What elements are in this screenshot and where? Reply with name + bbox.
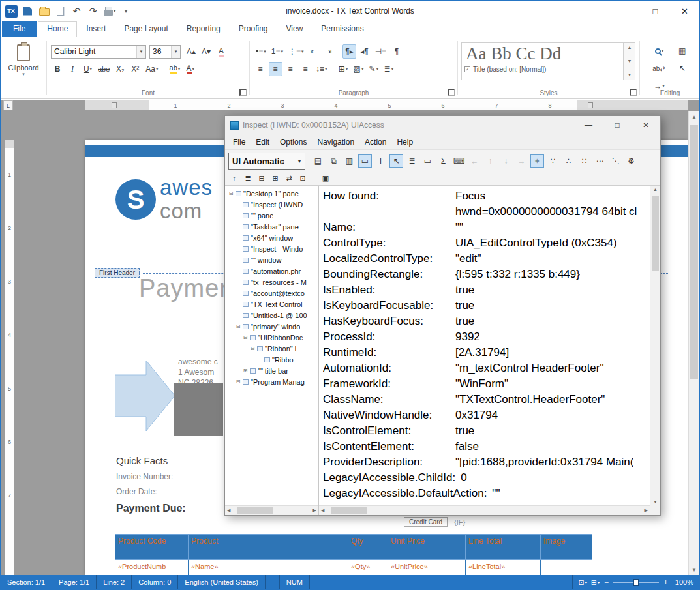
- clear-formatting-button[interactable]: A: [215, 44, 228, 59]
- styles-more-icon[interactable]: ▾: [628, 72, 631, 78]
- font-size-select[interactable]: 36▾: [149, 45, 181, 59]
- status-segment[interactable]: Line: 2: [97, 575, 132, 589]
- collapse-tree-icon[interactable]: ⊟: [256, 172, 267, 184]
- save-icon[interactable]: ▥: [342, 154, 356, 168]
- tree-item[interactable]: "TX Text Control: [225, 299, 318, 310]
- qat-customize-icon[interactable]: ▾: [121, 5, 132, 18]
- tree-item[interactable]: "Inspect - Windo: [225, 243, 318, 254]
- summary-icon[interactable]: Σ: [436, 154, 450, 168]
- zoom-out-button[interactable]: −: [604, 578, 609, 587]
- caret-tracking-icon[interactable]: I: [374, 154, 388, 168]
- tree-item-primary-window[interactable]: ⊟ "primary" windo: [225, 321, 318, 332]
- nav-next-icon[interactable]: ↓: [499, 154, 513, 168]
- inspect-menu-item[interactable]: Options: [275, 136, 312, 149]
- show-rect-icon[interactable]: ▭: [421, 154, 434, 168]
- paragraph-dialog-launcher[interactable]: [448, 89, 455, 96]
- tree-item-desktop[interactable]: ⊟ "Desktop 1" pane: [225, 188, 318, 199]
- horizontal-ruler[interactable]: L 12345678: [1, 100, 699, 111]
- link-dots-icon-5[interactable]: ⋱: [609, 154, 622, 168]
- highlight-button[interactable]: ab▾: [168, 62, 183, 76]
- italic-button[interactable]: I: [66, 62, 80, 76]
- multilevel-list-button[interactable]: ⋮≡▾: [286, 44, 306, 59]
- scroll-down-icon[interactable]: ▼: [628, 59, 632, 63]
- nav-parent-icon[interactable]: ←: [468, 154, 481, 168]
- style-entry[interactable]: ✓ Title (based on: [Normal]): [462, 65, 623, 74]
- inspect-close-button[interactable]: ✕: [632, 116, 660, 134]
- properties-vertical-scrollbar[interactable]: ▲ ▼: [650, 186, 660, 505]
- font-family-select[interactable]: Calibri Light▾: [51, 45, 146, 59]
- tab-insert[interactable]: Insert: [77, 21, 115, 37]
- tab-selector[interactable]: L: [3, 100, 13, 110]
- undo-icon[interactable]: ↶: [71, 5, 83, 18]
- fit-page-button[interactable]: ⊡▾: [579, 578, 587, 587]
- scroll-right-icon[interactable]: ▶: [313, 508, 316, 513]
- uia-properties-pane[interactable]: How found: Focus hwnd=0x0000000000031794…: [319, 186, 660, 515]
- tree-expand-icon[interactable]: ⊟: [228, 190, 234, 196]
- scrollbar-thumb[interactable]: [331, 507, 367, 514]
- align-center-button[interactable]: ≡: [269, 62, 282, 76]
- paste-button[interactable]: Clipboard ▾: [6, 44, 41, 77]
- find-button[interactable]: ▾: [650, 44, 668, 58]
- open-folder-icon[interactable]: [38, 5, 50, 18]
- line-spacing-button[interactable]: ↕≡▾: [314, 62, 329, 76]
- tree-item[interactable]: "x64" window: [225, 232, 318, 243]
- link-dots-icon-1[interactable]: ∵: [546, 154, 560, 168]
- focus-tracking-icon[interactable]: ⌖: [530, 154, 544, 168]
- indent-marker-right[interactable]: [588, 102, 593, 108]
- scope-icon[interactable]: ⊡: [297, 172, 309, 184]
- grow-font-button[interactable]: A▴: [185, 44, 198, 59]
- change-case-button[interactable]: Aa▾: [144, 62, 160, 76]
- tab-home[interactable]: Home: [38, 21, 77, 37]
- tree-horizontal-scrollbar[interactable]: ◀ ▶: [225, 505, 318, 515]
- indent-marker-left[interactable]: [112, 102, 117, 108]
- highlight-rect-icon[interactable]: ▭: [358, 154, 372, 168]
- properties-horizontal-scrollbar[interactable]: ◀ ▶: [319, 505, 650, 515]
- refresh-tree-icon[interactable]: ⇄: [283, 172, 295, 184]
- nav-previous-icon[interactable]: ↑: [483, 154, 497, 168]
- scroll-up-icon[interactable]: ▲: [653, 187, 658, 192]
- inspect-menu-item[interactable]: Action: [359, 136, 391, 149]
- expand-tree-icon[interactable]: ⊞: [269, 172, 281, 184]
- scroll-left-icon[interactable]: ◀: [227, 508, 230, 513]
- zoom-level[interactable]: 100%: [673, 578, 693, 586]
- tree-item[interactable]: ⊟ "UIRibbonDoc: [225, 332, 318, 343]
- scroll-right-icon[interactable]: ▶: [645, 508, 648, 513]
- hover-list-icon[interactable]: ≣: [405, 154, 419, 168]
- scroll-down-icon[interactable]: ▼: [689, 565, 699, 575]
- tree-expand-icon[interactable]: ⊟: [242, 334, 249, 340]
- maximize-button[interactable]: □: [641, 1, 670, 22]
- document-scrollbar[interactable]: ▲ ▼: [688, 111, 699, 575]
- align-right-button[interactable]: ≡: [284, 62, 297, 76]
- inspect-menu-item[interactable]: File: [228, 136, 251, 149]
- uia-tree-pane[interactable]: ⊟ "Desktop 1" pane "Inspect (HWND "" pan…: [225, 186, 319, 515]
- find-pane-button[interactable]: ▦: [676, 44, 690, 58]
- tab-page-layout[interactable]: Page Layout: [115, 21, 177, 37]
- link-dots-icon-4[interactable]: ⋯: [593, 154, 607, 168]
- formatting-marks-button[interactable]: ¶: [390, 44, 404, 59]
- zoom-slider[interactable]: [613, 582, 659, 583]
- link-dots-icon-2[interactable]: ∴: [562, 154, 575, 168]
- numbering-button[interactable]: 1≡▾: [269, 44, 285, 59]
- inspect-menu-item[interactable]: Navigation: [312, 136, 359, 149]
- tab-permissions[interactable]: Permissions: [312, 21, 373, 37]
- shrink-font-button[interactable]: A▾: [200, 44, 213, 59]
- zoom-mode-button[interactable]: ⊞▾: [591, 578, 600, 587]
- keyboard-icon[interactable]: ⌨: [452, 154, 466, 168]
- scroll-left-icon[interactable]: ◀: [321, 508, 324, 513]
- status-segment[interactable]: English (United States): [178, 575, 266, 589]
- options-gear-icon[interactable]: ⚙: [624, 154, 638, 168]
- status-segment[interactable]: Column: 0: [132, 575, 178, 589]
- tree-item[interactable]: "Ribbo: [225, 354, 318, 365]
- inspect-window[interactable]: Inspect (HWND: 0x000B152A) UIAccess —□✕ …: [224, 115, 661, 516]
- scroll-up-icon[interactable]: ▲: [628, 45, 632, 50]
- border-pen-button[interactable]: ✎▾: [367, 62, 380, 76]
- tree-item[interactable]: ⊟ "Ribbon" l: [225, 343, 318, 354]
- paragraph-options-button[interactable]: ≣▾: [382, 62, 395, 76]
- status-segment[interactable]: NUM: [280, 575, 310, 589]
- tab-file[interactable]: File: [2, 21, 37, 37]
- tree-item[interactable]: ⊞ "" title bar: [225, 365, 318, 376]
- bullets-button[interactable]: •≡▾: [254, 44, 268, 59]
- tree-item[interactable]: "Taskbar" pane: [225, 221, 318, 232]
- scrollbar-thumb[interactable]: [690, 125, 698, 379]
- bold-button[interactable]: B: [51, 62, 65, 76]
